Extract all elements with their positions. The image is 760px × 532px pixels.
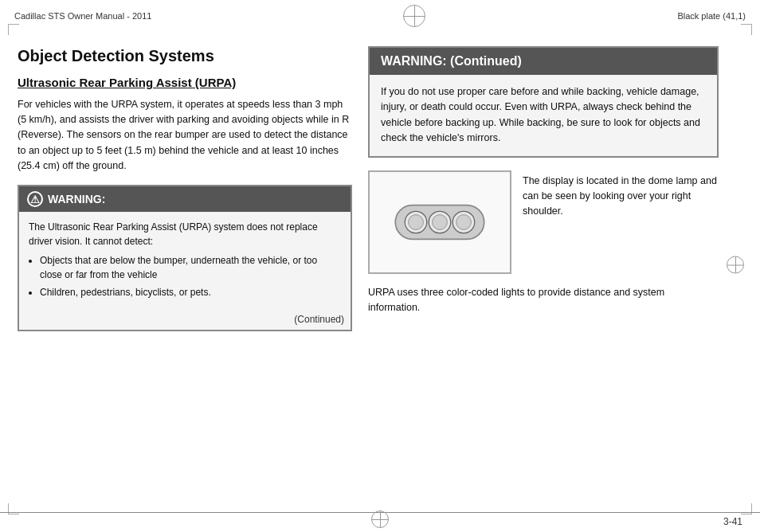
page-title: Object Detection Systems [18, 46, 352, 65]
warning-header-label-left: WARNING: [48, 193, 105, 205]
header-right-text: Black plate (41,1) [677, 11, 746, 21]
crosshair-icon [403, 5, 425, 27]
urpa-description: URPA uses three color-coded lights to pr… [368, 285, 719, 316]
dome-lamp-display-image [368, 170, 511, 274]
warning-body-left: The Ultrasonic Rear Parking Assist (URPA… [19, 212, 351, 311]
page-footer: 3-41 [0, 512, 760, 532]
header-left-text: Cadillac STS Owner Manual - 2011 [14, 11, 151, 21]
warning-list: Objects that are below the bumper, under… [40, 253, 341, 299]
left-column: Object Detection Systems Ultrasonic Rear… [18, 46, 352, 505]
warning-continued-body: If you do not use proper care before and… [370, 75, 717, 156]
svg-point-4 [409, 214, 424, 229]
corner-marker-tl [8, 24, 19, 35]
list-item: Objects that are below the bumper, under… [40, 253, 341, 282]
warning-continued-header: WARNING: (Continued) [370, 48, 717, 75]
dome-lamp-svg [388, 198, 492, 246]
footer-crosshair [371, 510, 389, 530]
main-content: Object Detection Systems Ultrasonic Rear… [0, 30, 760, 513]
header-center [403, 5, 425, 27]
page-number: 3-41 [723, 516, 742, 527]
warning-icon-left: ⚠ [27, 191, 43, 207]
warning-box-left: ⚠ WARNING: The Ultrasonic Rear Parking A… [18, 185, 352, 331]
warning-header-left: ⚠ WARNING: [19, 186, 351, 212]
continued-label: (Continued) [19, 311, 351, 330]
display-caption: The display is located in the dome lamp … [523, 170, 719, 220]
svg-point-6 [456, 214, 472, 229]
right-column: WARNING: (Continued) If you do not use p… [368, 46, 719, 505]
list-item: Children, pedestrians, bicyclists, or pe… [40, 285, 341, 299]
warning-intro: The Ultrasonic Rear Parking Assist (URPA… [29, 221, 318, 247]
page-header: Cadillac STS Owner Manual - 2011 Black p… [0, 0, 760, 30]
right-crosshair-icon [727, 256, 744, 276]
section-title: Ultrasonic Rear Parking Assist (URPA) [18, 75, 352, 91]
section-body: For vehicles with the URPA system, it op… [18, 97, 352, 174]
svg-point-5 [433, 214, 448, 229]
warning-box-right: WARNING: (Continued) If you do not use p… [368, 46, 719, 158]
display-section: The display is located in the dome lamp … [368, 170, 719, 274]
corner-marker-tr [741, 24, 752, 35]
